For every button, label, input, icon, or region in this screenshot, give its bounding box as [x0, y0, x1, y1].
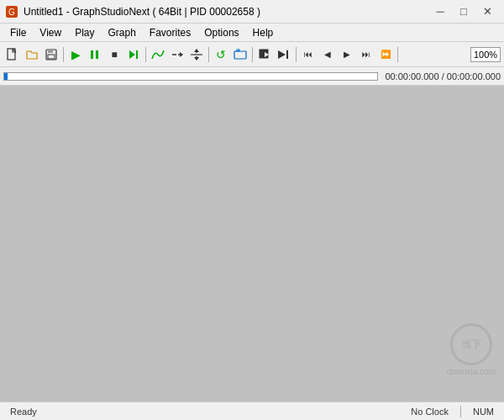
- zoom-input[interactable]: 100%: [470, 47, 501, 62]
- menu-view[interactable]: View: [33, 24, 68, 42]
- close-button[interactable]: ✕: [475, 3, 499, 21]
- seekbar-track[interactable]: [3, 72, 378, 81]
- svg-marker-23: [278, 50, 286, 59]
- svg-rect-5: [48, 50, 53, 53]
- title-controls: ─ □ ✕: [428, 3, 499, 21]
- connect-button[interactable]: [168, 45, 186, 64]
- frame-back[interactable]: ◀: [318, 45, 337, 64]
- open-button[interactable]: [23, 45, 41, 64]
- clock-status: No Clock: [406, 407, 454, 417]
- insert-button[interactable]: [187, 45, 206, 64]
- render-button[interactable]: [255, 45, 274, 64]
- menu-play[interactable]: Play: [68, 24, 101, 42]
- watermark: 当下 downxia.com: [447, 323, 496, 376]
- seekbar-fill: [4, 73, 8, 80]
- menu-graph[interactable]: Graph: [101, 24, 142, 42]
- frame-forward-fast[interactable]: ⏭: [357, 45, 375, 64]
- step-button[interactable]: [124, 45, 143, 64]
- main-area: 当下 downxia.com: [0, 86, 504, 402]
- watermark-circle: 当下: [450, 323, 492, 365]
- menu-bar: File View Play Graph Favorites Options H…: [0, 24, 504, 42]
- capture-button[interactable]: [231, 45, 249, 64]
- maximize-button[interactable]: □: [452, 3, 475, 21]
- status-divider: [460, 406, 461, 417]
- menu-file[interactable]: File: [3, 24, 33, 42]
- zoom-control: 100%: [470, 47, 501, 62]
- svg-marker-13: [180, 52, 183, 57]
- save-button[interactable]: [42, 45, 60, 64]
- separator-4: [252, 47, 253, 62]
- menu-help[interactable]: Help: [246, 24, 281, 42]
- pause-button[interactable]: [86, 45, 104, 64]
- svg-marker-16: [194, 49, 199, 52]
- status-right: No Clock NUM: [406, 406, 499, 417]
- separator-6: [397, 47, 398, 62]
- seekbar-container: 00:00:00.000 / 00:00:00.000: [0, 67, 504, 86]
- status-bar: Ready No Clock NUM: [0, 402, 504, 420]
- stop-button[interactable]: ■: [105, 45, 123, 64]
- skip-end-button[interactable]: [275, 45, 293, 64]
- frame-forward[interactable]: ▶: [338, 45, 356, 64]
- status-text: Ready: [5, 407, 42, 417]
- svg-text:G: G: [8, 8, 15, 17]
- svg-rect-10: [136, 50, 138, 59]
- svg-marker-18: [194, 57, 199, 60]
- svg-marker-9: [129, 50, 135, 59]
- frame-forward-faster[interactable]: ⏩: [376, 45, 395, 64]
- menu-favorites[interactable]: Favorites: [143, 24, 197, 42]
- svg-rect-19: [234, 51, 246, 59]
- title-bar: G Untitled1 - GraphStudioNext ( 64Bit | …: [0, 0, 504, 24]
- svg-rect-8: [96, 50, 98, 59]
- watermark-text: downxia.com: [447, 367, 496, 376]
- new-button[interactable]: [3, 45, 22, 64]
- refresh-button[interactable]: ↺: [212, 45, 230, 64]
- svg-rect-6: [48, 55, 55, 59]
- time-display: 00:00:00.000 / 00:00:00.000: [385, 71, 501, 81]
- frame-back-fast[interactable]: ⏮: [299, 45, 318, 64]
- separator-5: [296, 47, 297, 62]
- separator-1: [63, 47, 64, 62]
- title-text: Untitled1 - GraphStudioNext ( 64Bit | PI…: [24, 6, 260, 18]
- play-button[interactable]: ▶: [66, 45, 85, 64]
- num-lock-status: NUM: [468, 407, 499, 417]
- toolbar: ▶ ■ ↺: [0, 42, 504, 67]
- app-icon: G: [5, 5, 18, 18]
- menu-options[interactable]: Options: [197, 24, 245, 42]
- separator-3: [208, 47, 209, 62]
- minimize-button[interactable]: ─: [428, 3, 452, 21]
- title-left: G Untitled1 - GraphStudioNext ( 64Bit | …: [5, 5, 260, 18]
- svg-rect-20: [237, 50, 239, 51]
- svg-rect-7: [91, 50, 93, 59]
- curve-button[interactable]: [149, 45, 167, 64]
- separator-2: [145, 47, 146, 62]
